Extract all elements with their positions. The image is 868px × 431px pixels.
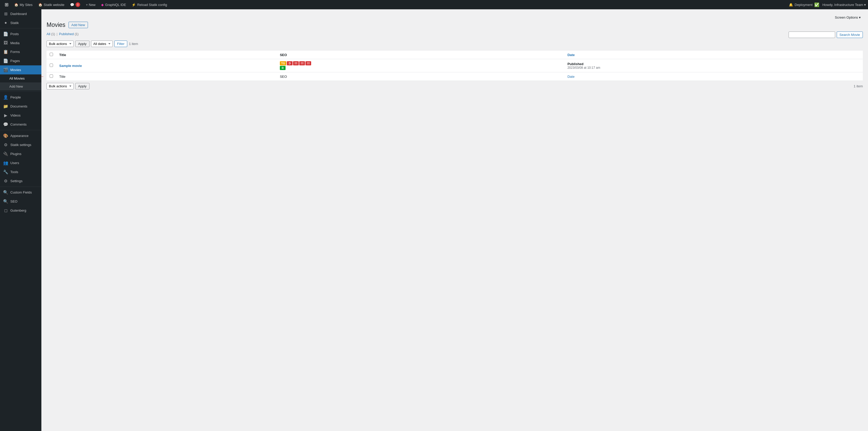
documents-icon: 📁: [3, 104, 8, 109]
sidebar-item-videos[interactable]: ▶ Videos: [0, 111, 41, 120]
statik-website-item[interactable]: 🏠 Statik website: [36, 0, 67, 9]
new-item[interactable]: + New: [83, 0, 98, 9]
bottom-bulk-actions-select[interactable]: Bulk actions: [46, 83, 74, 90]
seo-badges: TG D !!! !!! !!! R: [280, 61, 561, 70]
graphql-label: GraphiQL IDE: [105, 3, 126, 7]
search-movie-button[interactable]: Search Movie: [837, 32, 863, 38]
graphql-ide-item[interactable]: ◆ GraphiQL IDE: [98, 0, 128, 9]
sidebar-item-custom-fields[interactable]: 🔍 Custom Fields: [0, 188, 41, 197]
search-movie-input[interactable]: [788, 32, 835, 38]
wp-logo-icon: ⊞: [5, 2, 8, 7]
add-new-button[interactable]: Add New: [68, 22, 88, 28]
admin-bar: ⊞ 🏠 My Sites 🏠 Statik website 💬 0 + New …: [0, 0, 868, 9]
footer-checkbox-cell: ←: [46, 72, 56, 81]
comments-item[interactable]: 💬 0: [67, 0, 83, 9]
bottom-apply-button[interactable]: Apply: [75, 83, 90, 90]
reload-icon: ⚡: [132, 3, 136, 7]
screen-options-wrap: Screen Options: [46, 14, 863, 21]
sidebar-item-movies[interactable]: 🎬 Movies: [0, 65, 41, 74]
my-sites-item[interactable]: 🏠 My Sites: [12, 0, 35, 9]
sidebar-item-documents[interactable]: 📁 Documents: [0, 102, 41, 111]
sidebar-item-pages[interactable]: 📄 Pages: [0, 56, 41, 65]
deployment-badge[interactable]: 🔔 Deployment ✅: [789, 2, 819, 7]
comment-icon: 💬: [70, 3, 74, 7]
sidebar-menu: ⊞ Dashboard ● Statik 📄 Posts 🖼 Media 📋 F…: [0, 9, 41, 215]
sidebar-item-users[interactable]: 👥 Users: [0, 158, 41, 167]
row-checkbox[interactable]: [50, 64, 53, 67]
filter-tabs: All (1) | Published (1): [46, 32, 138, 36]
movie-title-link[interactable]: Sample movie: [59, 64, 82, 68]
sidebar-item-media[interactable]: 🖼 Media: [0, 38, 41, 47]
wp-logo-item[interactable]: ⊞: [2, 0, 11, 9]
row-checkbox-cell: [46, 59, 56, 72]
comment-count: 0: [75, 2, 80, 7]
check-icon: ✅: [814, 2, 819, 7]
badge-exc-3: !!!: [306, 61, 311, 65]
sidebar: ⊞ Dashboard ● Statik 📄 Posts 🖼 Media 📋 F…: [0, 9, 41, 431]
movies-icon: 🎬: [3, 67, 8, 72]
sidebar-item-add-new-movie[interactable]: Add New: [0, 82, 41, 91]
users-icon: 👥: [3, 161, 8, 165]
filter-tab-all[interactable]: All (1): [46, 32, 55, 36]
sidebar-item-dashboard[interactable]: ⊞ Dashboard: [0, 9, 41, 18]
sidebar-item-tools[interactable]: 🔧 Tools: [0, 167, 41, 176]
page-title-wrap: Movies Add New: [46, 22, 863, 28]
new-label: + New: [86, 3, 95, 7]
bottom-item-count: 1 item: [854, 84, 863, 88]
divider-4: [0, 187, 41, 187]
top-controls-left: All (1) | Published (1) Bulk actions App…: [46, 32, 138, 49]
sidebar-item-forms[interactable]: 📋 Forms: [0, 47, 41, 56]
header-seo-col: SEO: [277, 51, 564, 59]
page-title: Movies: [46, 22, 65, 28]
media-icon: 🖼: [3, 40, 8, 45]
header-checkbox-col: [46, 51, 56, 59]
sidebar-item-comments[interactable]: 💬 Comments: [0, 120, 41, 129]
header-date-col: Date: [564, 51, 863, 59]
footer-row-checkbox[interactable]: [50, 74, 53, 78]
row-date-cell: Published 2023/03/08 at 10:17 am: [564, 59, 863, 72]
reload-config-item[interactable]: ⚡ Reload Statik config: [129, 0, 170, 9]
filter-button[interactable]: Filter: [114, 40, 127, 47]
people-icon: 👤: [3, 95, 8, 100]
table-footer-header-row: ← Title SEO Date: [46, 72, 863, 81]
row-seo-cell: TG D !!! !!! !!! R: [277, 59, 564, 72]
date-sort-link[interactable]: Date: [567, 53, 575, 57]
date-filter-select[interactable]: All dates: [91, 40, 113, 47]
top-bulk-actions-select[interactable]: Bulk actions: [46, 40, 74, 47]
seo-badges-row2: R: [280, 66, 561, 70]
sites-icon: 🏠: [14, 3, 18, 7]
badge-tg: TG: [280, 61, 286, 65]
footer-seo-cell: SEO: [277, 72, 564, 81]
footer-date-link[interactable]: Date: [567, 75, 575, 78]
select-all-checkbox[interactable]: [50, 53, 53, 56]
sidebar-item-statik[interactable]: ● Statik: [0, 18, 41, 27]
graphql-icon: ◆: [101, 3, 104, 7]
posts-icon: 📄: [3, 32, 8, 36]
home-icon: 🏠: [38, 3, 42, 7]
statik-settings-icon: ⚙: [3, 142, 8, 147]
howdy-text[interactable]: Howdy, Infrastructure Team ▾: [823, 3, 866, 7]
red-arrow-annotation: ←: [41, 73, 44, 80]
sidebar-item-plugins[interactable]: 🔌 Plugins: [0, 150, 41, 158]
sidebar-item-gutenberg[interactable]: ◻ Gutenberg: [0, 206, 41, 215]
sidebar-item-seo[interactable]: 🔍 SEO: [0, 197, 41, 206]
footer-title-cell: Title: [56, 72, 277, 81]
screen-options-button[interactable]: Screen Options: [833, 14, 863, 21]
sidebar-item-people[interactable]: 👤 People: [0, 93, 41, 102]
search-area: Search Movie: [788, 32, 863, 38]
badge-exc-1: !!!: [293, 61, 299, 65]
seo-badges-row1: TG D !!! !!! !!!: [280, 61, 561, 65]
top-bulk-action-row: Bulk actions Apply All dates Filter 1 it…: [46, 40, 138, 47]
filter-tab-published[interactable]: Published (1): [59, 32, 79, 36]
sidebar-item-posts[interactable]: 📄 Posts: [0, 29, 41, 38]
custom-fields-icon: 🔍: [3, 190, 8, 195]
movies-table-wrap: Title SEO Date: [46, 51, 863, 81]
sidebar-item-settings[interactable]: ⚙ Settings: [0, 176, 41, 186]
sidebar-item-all-movies[interactable]: All Movies: [0, 74, 41, 82]
sidebar-item-statik-settings[interactable]: ⚙ Statik settings: [0, 140, 41, 150]
settings-icon: ⚙: [3, 178, 8, 184]
badge-exc-2: !!!: [299, 61, 305, 65]
top-apply-button[interactable]: Apply: [75, 40, 90, 47]
table-header-row: Title SEO Date: [46, 51, 863, 59]
sidebar-item-appearance[interactable]: 🎨 Appearance: [0, 131, 41, 140]
